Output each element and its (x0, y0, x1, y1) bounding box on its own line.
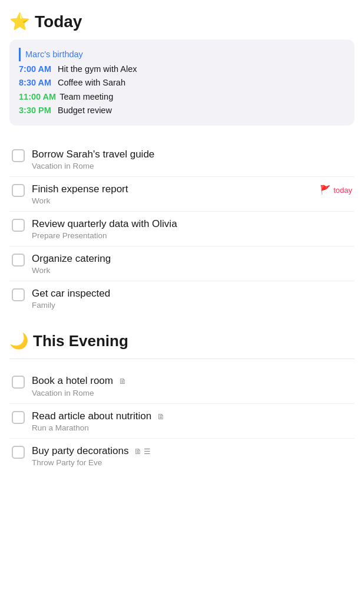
task-subtitle-car-inspected: Family (32, 301, 352, 310)
list-icon: ☰ (144, 447, 151, 457)
evening-tasks-list: Book a hotel room 🗎 Vacation in Rome Rea… (9, 369, 355, 472)
task-checkbox-read-article[interactable] (12, 411, 25, 424)
task-checkbox-quarterly-data[interactable] (12, 219, 25, 232)
task-subtitle-expense-report: Work (32, 196, 313, 205)
event-title-coffee: Coffee with Sarah (58, 76, 125, 90)
calendar-event-coffee[interactable]: 8:30 AM Coffee with Sarah (19, 76, 345, 90)
moon-icon: 🌙 (9, 332, 28, 350)
task-item-expense-report: Finish expense report Work 🚩 today (9, 177, 355, 212)
task-attachments-hotel-room: 🗎 (119, 377, 127, 387)
note-icon: 🗎 (119, 377, 127, 387)
task-attachments-party-decorations: 🗎 ☰ (134, 447, 151, 457)
this-evening-title: This Evening (33, 332, 128, 350)
task-subtitle-hotel-room: Vacation in Rome (32, 389, 352, 397)
task-title-borrow-guide: Borrow Sarah's travel guide (32, 148, 352, 161)
task-title-party-decorations: Buy party decorations 🗎 ☰ (32, 445, 352, 458)
event-time-team: 11:00 AM (19, 90, 56, 104)
task-checkbox-borrow-guide[interactable] (12, 149, 25, 162)
today-section-header: ⭐ Today (9, 12, 355, 31)
task-title-hotel-room: Book a hotel room 🗎 (32, 374, 352, 387)
event-title-marc-bday: Marc's birthday (25, 48, 83, 61)
task-content-quarterly-data: Review quarterly data with Olivia Prepar… (32, 218, 352, 240)
task-subtitle-party-decorations: Throw Party for Eve (32, 458, 352, 467)
task-item-borrow-guide: Borrow Sarah's travel guide Vacation in … (9, 142, 355, 177)
today-section-title: Today (35, 12, 82, 31)
this-evening-section-header: 🌙 This Evening (9, 332, 355, 350)
task-checkbox-party-decorations[interactable] (12, 446, 25, 459)
event-time-budget: 3:30 PM (19, 104, 54, 117)
task-item-car-inspected: Get car inspected Family (9, 281, 355, 315)
task-subtitle-read-article: Run a Marathon (32, 423, 352, 432)
calendar-event-budget[interactable]: 3:30 PM Budget review (19, 104, 345, 117)
task-content-borrow-guide: Borrow Sarah's travel guide Vacation in … (32, 148, 352, 170)
event-title-team: Team meeting (59, 90, 113, 104)
task-content-organize-catering: Organize catering Work (32, 252, 352, 275)
task-content-expense-report: Finish expense report Work (32, 183, 313, 205)
task-subtitle-borrow-guide: Vacation in Rome (32, 162, 352, 170)
task-content-read-article: Read article about nutrition 🗎 Run a Mar… (32, 410, 352, 432)
task-title-quarterly-data: Review quarterly data with Olivia (32, 218, 352, 231)
note-icon-2: 🗎 (157, 412, 165, 422)
event-time-gym: 7:00 AM (19, 63, 54, 76)
task-item-hotel-room: Book a hotel room 🗎 Vacation in Rome (9, 369, 355, 403)
task-content-hotel-room: Book a hotel room 🗎 Vacation in Rome (32, 374, 352, 397)
task-item-organize-catering: Organize catering Work (9, 246, 355, 281)
event-time-coffee: 8:30 AM (19, 76, 54, 90)
task-checkbox-expense-report[interactable] (12, 184, 25, 197)
task-title-car-inspected: Get car inspected (32, 287, 352, 300)
evening-divider (9, 359, 355, 359)
task-title-read-article: Read article about nutrition 🗎 (32, 410, 352, 423)
task-item-quarterly-data: Review quarterly data with Olivia Prepar… (9, 212, 355, 246)
calendar-event-marc-bday[interactable]: Marc's birthday (19, 48, 345, 61)
calendar-event-gym[interactable]: 7:00 AM Hit the gym with Alex (19, 63, 345, 76)
badge-label-today: today (333, 186, 352, 195)
task-item-party-decorations: Buy party decorations 🗎 ☰ Throw Party fo… (9, 439, 355, 473)
event-title-gym: Hit the gym with Alex (58, 63, 137, 76)
flag-icon: 🚩 (320, 185, 331, 195)
task-checkbox-hotel-room[interactable] (12, 376, 25, 389)
note-icon-3: 🗎 (134, 447, 142, 457)
task-subtitle-organize-catering: Work (32, 266, 352, 275)
event-title-budget: Budget review (58, 104, 112, 117)
task-badge-today: 🚩 today (320, 185, 352, 195)
task-content-party-decorations: Buy party decorations 🗎 ☰ Throw Party fo… (32, 445, 352, 467)
task-attachments-read-article: 🗎 (157, 412, 165, 422)
task-item-read-article: Read article about nutrition 🗎 Run a Mar… (9, 404, 355, 439)
task-checkbox-organize-catering[interactable] (12, 254, 25, 267)
task-title-organize-catering: Organize catering (32, 252, 352, 265)
task-subtitle-quarterly-data: Prepare Presentation (32, 231, 352, 240)
star-icon: ⭐ (9, 12, 30, 31)
calendar-card: Marc's birthday 7:00 AM Hit the gym with… (9, 40, 355, 126)
task-content-car-inspected: Get car inspected Family (32, 287, 352, 310)
task-checkbox-car-inspected[interactable] (12, 288, 25, 301)
today-tasks-list: Borrow Sarah's travel guide Vacation in … (9, 142, 355, 315)
calendar-event-team[interactable]: 11:00 AM Team meeting (19, 90, 345, 104)
this-evening-section: 🌙 This Evening Book a hotel room 🗎 Vacat… (9, 332, 355, 472)
task-title-expense-report: Finish expense report (32, 183, 313, 196)
